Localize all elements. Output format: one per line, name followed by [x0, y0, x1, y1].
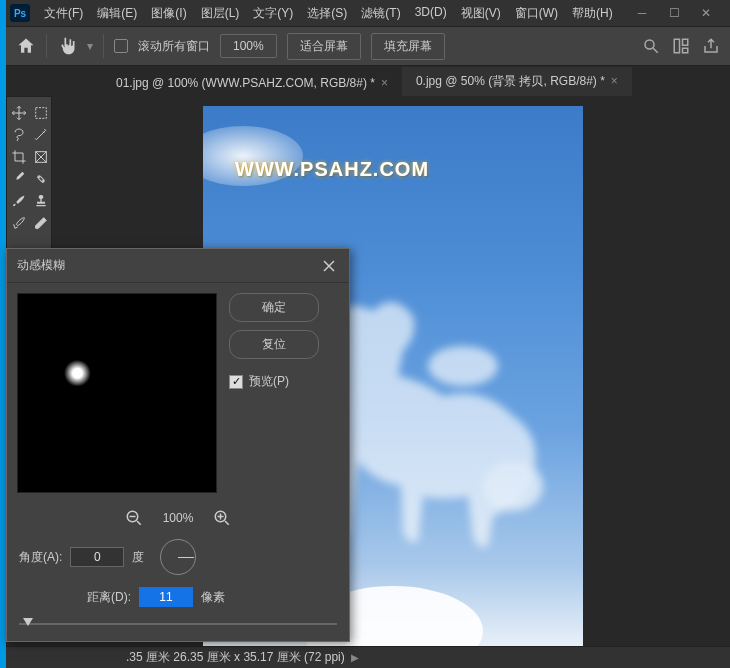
stamp-tool[interactable] — [31, 191, 51, 211]
window-minimize-button[interactable]: ─ — [630, 4, 654, 22]
fit-screen-button[interactable]: 适合屏幕 — [287, 33, 361, 60]
preview-label: 预览(P) — [249, 373, 289, 390]
menu-layer[interactable]: 图层(L) — [195, 1, 246, 26]
svg-point-0 — [645, 40, 654, 49]
tools-panel — [6, 96, 52, 256]
menu-3d[interactable]: 3D(D) — [409, 1, 453, 26]
motion-blur-dialog: 动感模糊 确定 复位 ✓ 预览(P) 100% 角度(A): 度 距离(D): … — [6, 248, 350, 642]
document-tab-0[interactable]: 01.jpg @ 100% (WWW.PSAHZ.COM, RGB/8#) *× — [102, 70, 402, 96]
dialog-title: 动感模糊 — [17, 257, 65, 274]
document-tab-1[interactable]: 0.jpg @ 50% (背景 拷贝, RGB/8#) *× — [402, 67, 632, 96]
svg-point-10 — [38, 176, 39, 177]
zoom-100-button[interactable]: 100% — [220, 34, 277, 58]
close-icon[interactable]: × — [611, 74, 618, 88]
dialog-close-button[interactable] — [319, 256, 339, 276]
angle-unit: 度 — [132, 549, 144, 566]
menu-edit[interactable]: 编辑(E) — [91, 1, 143, 26]
menu-file[interactable]: 文件(F) — [38, 1, 89, 26]
svg-point-11 — [42, 180, 43, 181]
slider-thumb[interactable] — [23, 618, 33, 626]
svg-point-12 — [428, 346, 498, 386]
close-icon[interactable]: × — [381, 76, 388, 90]
status-text: .35 厘米 26.35 厘米 x 35.17 厘米 (72 ppi) — [126, 649, 345, 666]
menu-help[interactable]: 帮助(H) — [566, 1, 619, 26]
menu-filter[interactable]: 滤镜(T) — [355, 1, 406, 26]
search-icon[interactable] — [642, 37, 660, 55]
distance-label: 距离(D): — [87, 589, 131, 606]
menu-select[interactable]: 选择(S) — [301, 1, 353, 26]
scroll-all-label: 滚动所有窗口 — [138, 38, 210, 55]
lasso-tool[interactable] — [9, 125, 29, 145]
distance-unit: 像素 — [201, 589, 225, 606]
crop-tool[interactable] — [9, 147, 29, 167]
scroll-all-checkbox[interactable] — [114, 39, 128, 53]
menu-bar: 文件(F) 编辑(E) 图像(I) 图层(L) 文字(Y) 选择(S) 滤镜(T… — [38, 1, 630, 26]
reset-button[interactable]: 复位 — [229, 330, 319, 359]
divider — [103, 34, 104, 58]
divider — [46, 34, 47, 58]
tab-label: 01.jpg @ 100% (WWW.PSAHZ.COM, RGB/8#) * — [116, 76, 375, 90]
preview-checkbox[interactable]: ✓ — [229, 375, 243, 389]
eyedropper-tool[interactable] — [9, 169, 29, 189]
svg-point-13 — [483, 461, 543, 511]
menu-window[interactable]: 窗口(W) — [509, 1, 564, 26]
watermark-text: WWW.PSAHZ.COM — [235, 158, 429, 181]
distance-slider[interactable] — [7, 617, 349, 631]
window-maximize-button[interactable]: ☐ — [662, 4, 686, 22]
brush-tool[interactable] — [9, 191, 29, 211]
preview-zoom-level: 100% — [163, 511, 194, 525]
tab-label: 0.jpg @ 50% (背景 拷贝, RGB/8#) * — [416, 74, 605, 88]
menu-type[interactable]: 文字(Y) — [247, 1, 299, 26]
share-icon[interactable] — [702, 37, 720, 55]
fill-screen-button[interactable]: 填充屏幕 — [371, 33, 445, 60]
window-close-button[interactable]: ✕ — [694, 4, 718, 22]
wand-tool[interactable] — [31, 125, 51, 145]
svg-rect-3 — [683, 39, 688, 45]
status-arrow-icon[interactable]: ▶ — [351, 652, 359, 663]
ok-button[interactable]: 确定 — [229, 293, 319, 322]
heal-tool[interactable] — [31, 169, 51, 189]
zoom-out-icon[interactable] — [125, 509, 143, 527]
marquee-tool[interactable] — [31, 103, 51, 123]
history-brush-tool[interactable] — [9, 213, 29, 233]
zoom-in-icon[interactable] — [213, 509, 231, 527]
svg-rect-2 — [674, 39, 679, 53]
eraser-tool[interactable] — [31, 213, 51, 233]
svg-rect-5 — [36, 108, 47, 119]
menu-view[interactable]: 视图(V) — [455, 1, 507, 26]
hand-icon[interactable] — [57, 36, 77, 56]
angle-label: 角度(A): — [19, 549, 62, 566]
angle-input[interactable] — [70, 547, 124, 567]
workspace-icon[interactable] — [672, 37, 690, 55]
svg-line-22 — [225, 521, 229, 525]
home-icon[interactable] — [16, 36, 36, 56]
svg-line-1 — [653, 48, 658, 53]
filter-preview[interactable] — [17, 293, 217, 493]
svg-line-18 — [137, 521, 141, 525]
menu-image[interactable]: 图像(I) — [145, 1, 192, 26]
svg-rect-4 — [683, 48, 688, 53]
app-logo: Ps — [10, 4, 30, 22]
move-tool[interactable] — [9, 103, 29, 123]
frame-tool[interactable] — [31, 147, 51, 167]
distance-input[interactable] — [139, 587, 193, 607]
angle-dial[interactable] — [160, 539, 196, 575]
